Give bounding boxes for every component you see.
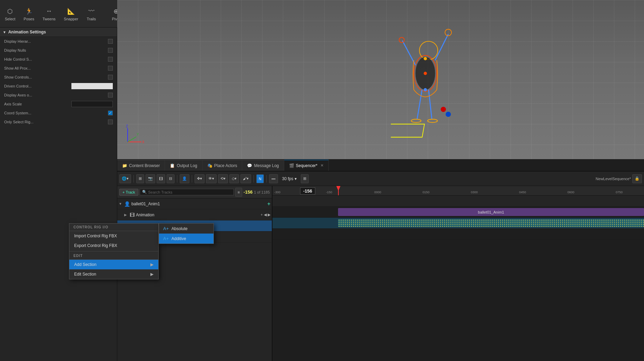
setting-only-select-rig: Only Select Rig...	[0, 117, 117, 126]
seq-btn-transform[interactable]: ⟲▾	[218, 174, 228, 183]
seq-btn-eye[interactable]: 👁▾	[206, 174, 217, 183]
tab-sequencer[interactable]: 🎬 Sequencer* ✕	[284, 160, 329, 171]
checkbox-display-nulls[interactable]	[108, 48, 113, 53]
tweens-icon: ↔	[44, 7, 54, 16]
toolbar-select[interactable]: ⬡ Select	[3, 5, 18, 22]
playhead[interactable]	[338, 186, 339, 195]
color-driven-control[interactable]	[71, 83, 113, 89]
filter-btn[interactable]: ≡	[235, 188, 242, 197]
svg-point-16	[445, 112, 450, 117]
seq-btn-globe[interactable]: 🌐▾	[119, 174, 131, 183]
seq-btn-camera[interactable]: 📷	[146, 174, 155, 183]
seq-btn-move[interactable]: ✥▾	[195, 174, 205, 183]
tab-content-browser[interactable]: 📁 Content Browser	[117, 160, 165, 171]
expand-icon-animation: ▶	[124, 213, 128, 217]
tab-message-log[interactable]: 💬 Message Log	[242, 160, 284, 171]
toolbar-tweens[interactable]: ↔ Tweens	[40, 5, 58, 22]
ruler-label-450: 0450	[519, 190, 526, 194]
ctx-edit-section[interactable]: Edit Section ▶	[69, 269, 158, 279]
character-figure	[391, 8, 460, 139]
grid-overlay	[117, 0, 644, 159]
seq-btn-more[interactable]: •••	[269, 174, 278, 183]
checkbox-only-select-rig[interactable]	[108, 120, 113, 124]
seq-btn-settings[interactable]: ⊞	[301, 174, 309, 183]
checkbox-display-hierarchy[interactable]	[108, 39, 113, 44]
svg-point-9	[411, 119, 421, 123]
bottom-tabs: 📁 Content Browser 📋 Output Log 🎭 Place A…	[117, 159, 644, 172]
svg-point-11	[424, 72, 427, 75]
expand-icon-ballet01: ▼	[119, 202, 123, 206]
setting-show-all-prox: Show All Prox...	[0, 64, 117, 73]
ctx-export-fbx[interactable]: Export Control Rig FBX	[69, 241, 158, 250]
seq-btn-lock[interactable]: 🔒	[632, 174, 642, 183]
seq-btn-grid[interactable]: ⊟	[167, 174, 175, 183]
ctx-section-edit: EDIT	[69, 252, 158, 260]
tl-track-ballet01	[273, 196, 644, 207]
poses-icon: 🏃	[24, 7, 34, 16]
additive-icon: A+	[163, 236, 169, 241]
seq-btn-snap[interactable]: ⊞	[136, 174, 144, 183]
viewport[interactable]: X Z Y	[117, 0, 644, 159]
ctx-import-fbx[interactable]: Import Control Rig FBX	[69, 231, 158, 241]
tab-close-sequencer[interactable]: ✕	[320, 163, 324, 168]
sequencer-icon: 🎬	[289, 163, 294, 168]
sub-item-additive[interactable]: A+ Additive	[159, 234, 214, 244]
ctx-add-section[interactable]: Add Section ▶	[69, 260, 158, 269]
svg-point-13	[424, 88, 427, 92]
search-tracks-box[interactable]: 🔍 Search Tracks	[140, 189, 234, 195]
tab-output-log[interactable]: 📋 Output Log	[165, 160, 202, 171]
toolbar-poses[interactable]: 🏃 Poses	[22, 5, 37, 22]
top-toolbar: ⬡ Select 🏃 Poses ↔ Tweens 📐 Snapper 〰 Tr…	[0, 0, 117, 28]
divider-4	[254, 175, 254, 183]
input-axis-scale[interactable]: 10.0	[71, 101, 113, 107]
timeline-ruler: -156 -300 -150 0000 0150 0300 0450 0600 …	[273, 186, 644, 196]
context-menu: CONTROL RIG I/O Import Control Rig FBX E…	[69, 223, 159, 279]
seq-btn-person[interactable]: 👤	[180, 174, 189, 183]
svg-point-6	[399, 38, 404, 43]
checkbox-show-controls[interactable]	[108, 75, 113, 80]
toolbar-trails[interactable]: 〰 Trails	[85, 5, 98, 22]
tl-bar-animation[interactable]: ballet01_Anim1	[338, 208, 644, 216]
ruler-label-300: 0300	[471, 190, 478, 194]
sub-item-absolute[interactable]: A+ Absolute	[159, 224, 214, 234]
divider-3	[192, 175, 192, 183]
toolbar-snapper[interactable]: 📐 Snapper	[62, 5, 80, 22]
timeline: -156 -300 -150 0000 0150 0300 0450 0600 …	[273, 186, 644, 361]
setting-coord-system: Coord System... ✓	[0, 109, 117, 117]
search-icon: 🔍	[142, 190, 147, 194]
ctx-section-control-rig-io: CONTROL RIG I/O	[69, 224, 158, 231]
ruler-label-minus300: -300	[274, 190, 280, 194]
setting-hide-control: Hide Control S...	[0, 55, 117, 64]
track-add-ballet01[interactable]: +	[267, 201, 270, 207]
tl-bar-cr-pc02[interactable]	[338, 219, 644, 227]
tl-track-transform	[273, 229, 644, 240]
seq-btn-diamond[interactable]: ◇▾	[229, 174, 239, 183]
checkbox-display-axes[interactable]	[108, 93, 113, 97]
divider-2	[177, 175, 177, 183]
track-row-animation[interactable]: ▶ 🎞 Animation + ◀ ▶	[117, 209, 272, 220]
animation-settings-header[interactable]: ▼ Animation Settings	[0, 28, 117, 37]
ruler-label-750: 0750	[616, 190, 623, 194]
tl-track-cr-pc02	[273, 218, 644, 229]
checkbox-show-all-prox[interactable]	[108, 66, 113, 71]
message-log-icon: 💬	[247, 163, 252, 168]
tab-place-actors[interactable]: 🎭 Place Actors	[202, 160, 242, 171]
place-actors-icon: 🎭	[207, 163, 212, 168]
track-row-ballet01[interactable]: ▼ 👤 ballet01_Anim1 +	[117, 198, 272, 209]
nav-add[interactable]: +	[261, 213, 263, 217]
sequencer-toolbar: 🌐▾ ⊞ 📷 🎞 ⊟ 👤 ✥▾ 👁▾ ⟲▾ ◇▾ 🖌▾ N ••• 30 fps…	[117, 172, 644, 186]
viewport-background: X Z Y	[117, 0, 644, 159]
svg-point-15	[440, 107, 446, 112]
seq-btn-film[interactable]: 🎞	[157, 174, 165, 183]
nav-next[interactable]: ▶	[268, 213, 270, 217]
add-track-button[interactable]: + anim Track	[119, 189, 138, 196]
seq-btn-brush[interactable]: 🖌▾	[240, 174, 251, 183]
trails-icon: 〰	[87, 7, 96, 16]
checkbox-hide-control[interactable]	[108, 57, 113, 62]
nav-prev[interactable]: ◀	[264, 213, 267, 217]
setting-display-nulls: Display Nulls	[0, 46, 117, 55]
seq-btn-n[interactable]: N	[256, 174, 264, 183]
checkbox-coord-system[interactable]: ✓	[108, 111, 113, 115]
ruler-label-minus150: -150	[326, 190, 332, 194]
ruler-label-600: 0600	[567, 190, 574, 194]
